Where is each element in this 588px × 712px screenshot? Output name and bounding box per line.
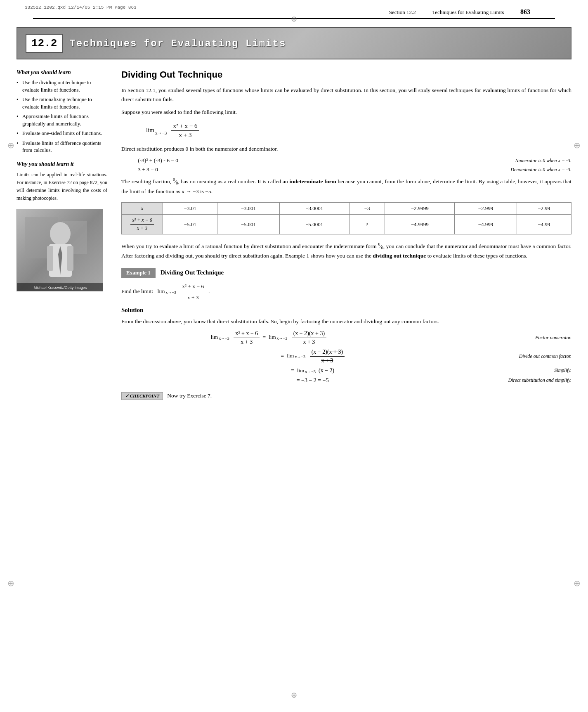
cross-top-center: ⊕ <box>291 14 297 24</box>
sidebar-item-3: Approximate limits of functions graphica… <box>17 113 107 128</box>
indeterminate-text: The resulting fraction, 0⁄0, has no mean… <box>121 176 571 196</box>
why-heading: Why you should learn it <box>17 161 107 168</box>
intro-p1: In Section 12.1, you studied several typ… <box>121 86 571 104</box>
cross-left-top: ⊕ <box>7 140 14 150</box>
cross-left-bottom: ⊕ <box>7 578 14 588</box>
technique-title: Dividing Out Technique <box>121 69 571 80</box>
eq1-line: (-3)² + (-3) - 6 = 0 Numerator is 0 when… <box>138 157 571 164</box>
main-limit-display: lim x→−3 x² + x − 6 x + 3 <box>146 123 571 139</box>
table-col-1: −3.01 <box>163 203 217 215</box>
sidebar-item-4: Evaluate one-sided limits of functions. <box>17 130 107 137</box>
what-heading: What you should learn <box>17 69 107 76</box>
cross-bottom-center: ⊕ <box>291 691 297 700</box>
why-text: Limits can be applied in real-life situa… <box>17 171 107 203</box>
header-title: Techniques for Evaluating Limits <box>424 9 512 15</box>
solution-intro: From the discussion above, you know that… <box>121 317 571 326</box>
step1-note: Factor numerator. <box>416 335 571 341</box>
step2-math: = limx→−3 (x − 2)(x + 3) x + 3 <box>187 349 438 364</box>
cross-right-bottom: ⊕ <box>574 578 581 588</box>
right-content: Dividing Out Technique In Section 12.1, … <box>117 69 571 400</box>
sidebar-item-2: Use the rationalizing technique to evalu… <box>17 96 107 111</box>
sidebar-item-1: Use the dividing out technique to evalua… <box>17 79 107 94</box>
sidebar-item-5: Evaluate limits of difference quotients … <box>17 140 107 154</box>
step1-math: limx→−3 x² + x − 6 x + 3 = limx→−3 (x − … <box>121 330 416 345</box>
step2-note: Divide out common factor. <box>438 353 571 360</box>
file-info: 332522_1202.qxd 12/14/05 2:15 PM Page 86… <box>25 5 137 10</box>
example-title: Dividing Out Technique <box>161 269 224 276</box>
checkpoint-text: Now try Exercise 7. <box>167 393 212 399</box>
example-badge: Example 1 <box>121 268 156 278</box>
table-col-5: −2.9999 <box>385 203 455 215</box>
table-col-4: −3 <box>349 203 385 215</box>
section-header-box: 12.2 Techniques for Evaluating Limits <box>17 27 571 59</box>
checkpoint-line: ✓ CHECKPOINT Now try Exercise 7. <box>121 392 571 400</box>
table-row2-label: x² + x − 6 x + 3 <box>122 215 163 234</box>
table-col-3: −3.0001 <box>279 203 349 215</box>
step1: limx→−3 x² + x − 6 x + 3 = limx→−3 (x − … <box>121 330 571 345</box>
step4: = −3 − 2 = −5 Direct substitution and si… <box>187 377 571 384</box>
intro-p2: Suppose you were asked to find the follo… <box>121 108 571 117</box>
what-section: What you should learn Use the dividing o… <box>17 69 107 154</box>
eq2-line: 3 + 3 = 0 Denominator is 0 when x = -3. <box>138 166 571 173</box>
solution-title: Solution <box>121 307 571 314</box>
eq2-right: Denominator is 0 when x = -3. <box>355 167 572 173</box>
table-val-2: −5.001 <box>217 215 280 234</box>
left-sidebar: What you should learn Use the dividing o… <box>17 69 107 291</box>
limit-table: x −3.01 −3.001 −3.0001 −3 −2.9999 −2.999… <box>121 202 571 234</box>
table-val-1: −5.01 <box>163 215 217 234</box>
svg-rect-5 <box>47 246 53 271</box>
step3-math: = limx→−3 (x − 2) <box>187 367 438 374</box>
table-col-7: −2.99 <box>517 203 571 215</box>
table-val-7: −4.99 <box>517 215 571 234</box>
section-title: Techniques for Evaluating Limits <box>69 38 286 49</box>
table-val-6: −4.999 <box>455 215 517 234</box>
header-section: Section 12.2 <box>389 9 416 15</box>
header-page: 863 <box>520 8 530 15</box>
table-val-4: ? <box>349 215 385 234</box>
eq2-left: 3 + 3 = 0 <box>138 166 355 173</box>
what-list: Use the dividing out technique to evalua… <box>17 79 107 154</box>
eq1-left: (-3)² + (-3) - 6 = 0 <box>138 157 355 164</box>
step3-note: Simplify. <box>438 367 571 374</box>
table-col-6: −2.999 <box>455 203 517 215</box>
svg-point-3 <box>50 222 71 245</box>
eq1-right: Numerator is 0 when x = -3. <box>355 158 572 164</box>
table-val-5: −4.9999 <box>385 215 455 234</box>
step3: = limx→−3 (x − 2) Simplify. <box>187 367 571 374</box>
rational-text: When you try to evaluate a limit of a ra… <box>121 241 571 260</box>
table-header-x: x <box>122 203 163 215</box>
step4-math: = −3 − 2 = −5 <box>187 377 438 384</box>
step4-note: Direct substitution and simplify. <box>438 377 571 383</box>
direct-sub-text: Direct substitution produces 0 in both t… <box>121 144 571 154</box>
checkpoint-badge: ✓ CHECKPOINT <box>121 392 163 400</box>
find-limit-text: Find the limit: limx→−3 x² + x − 6 x + 3… <box>121 282 571 302</box>
section-number: 12.2 <box>26 34 63 53</box>
cross-right-top: ⊕ <box>574 140 581 150</box>
svg-rect-6 <box>67 246 73 271</box>
step2: = limx→−3 (x − 2)(x + 3) x + 3 Divide ou… <box>187 349 571 364</box>
table-val-3: −5.0001 <box>279 215 349 234</box>
why-section: Why you should learn it Limits can be ap… <box>17 161 107 203</box>
table-col-2: −3.001 <box>217 203 280 215</box>
example1-header: Example 1 Dividing Out Technique <box>121 268 571 278</box>
sidebar-image: Michael Krasowitz/Getty Images <box>17 209 103 291</box>
svg-text:Michael Krasowitz/Getty Images: Michael Krasowitz/Getty Images <box>34 286 87 290</box>
